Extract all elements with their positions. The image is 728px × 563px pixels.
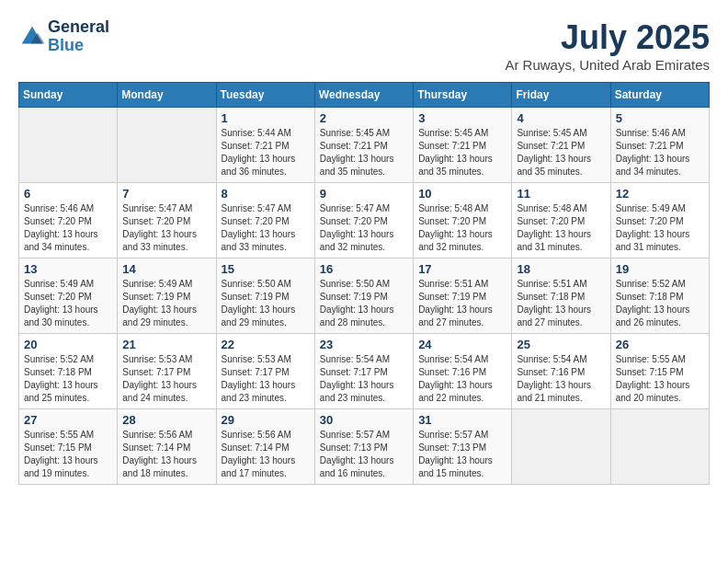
calendar-cell: 16Sunrise: 5:50 AM Sunset: 7:19 PM Dayli… xyxy=(314,259,413,334)
day-number: 14 xyxy=(122,262,210,276)
day-info: Sunrise: 5:50 AM Sunset: 7:19 PM Dayligh… xyxy=(320,278,408,329)
day-info: Sunrise: 5:57 AM Sunset: 7:13 PM Dayligh… xyxy=(320,429,408,480)
day-number: 28 xyxy=(122,413,210,427)
weekday-header: Monday xyxy=(118,83,216,108)
day-number: 15 xyxy=(222,262,310,276)
calendar-cell: 8Sunrise: 5:47 AM Sunset: 7:20 PM Daylig… xyxy=(216,183,314,259)
day-number: 7 xyxy=(122,187,210,201)
day-number: 9 xyxy=(320,187,408,201)
calendar-cell xyxy=(610,409,709,485)
calendar-cell: 26Sunrise: 5:55 AM Sunset: 7:15 PM Dayli… xyxy=(610,334,709,409)
day-info: Sunrise: 5:56 AM Sunset: 7:14 PM Dayligh… xyxy=(222,429,310,480)
day-number: 24 xyxy=(418,338,506,351)
day-number: 22 xyxy=(222,338,310,351)
day-number: 6 xyxy=(24,187,112,201)
day-info: Sunrise: 5:45 AM Sunset: 7:21 PM Dayligh… xyxy=(517,127,605,178)
calendar-cell: 11Sunrise: 5:48 AM Sunset: 7:20 PM Dayli… xyxy=(512,183,610,259)
day-number: 25 xyxy=(517,338,605,351)
day-info: Sunrise: 5:48 AM Sunset: 7:20 PM Dayligh… xyxy=(418,202,506,254)
day-info: Sunrise: 5:54 AM Sunset: 7:17 PM Dayligh… xyxy=(320,353,408,405)
day-number: 21 xyxy=(122,338,210,351)
day-number: 5 xyxy=(616,111,704,125)
calendar-cell: 15Sunrise: 5:50 AM Sunset: 7:19 PM Dayli… xyxy=(216,259,314,334)
calendar-week-row: 1Sunrise: 5:44 AM Sunset: 7:21 PM Daylig… xyxy=(19,108,710,183)
calendar-cell: 10Sunrise: 5:48 AM Sunset: 7:20 PM Dayli… xyxy=(414,183,512,259)
calendar-cell: 12Sunrise: 5:49 AM Sunset: 7:20 PM Dayli… xyxy=(610,183,709,259)
day-number: 16 xyxy=(320,262,408,276)
calendar-cell: 2Sunrise: 5:45 AM Sunset: 7:21 PM Daylig… xyxy=(314,108,413,183)
weekday-header: Tuesday xyxy=(216,83,314,108)
calendar-week-row: 27Sunrise: 5:55 AM Sunset: 7:15 PM Dayli… xyxy=(19,409,710,485)
logo: General Blue xyxy=(18,18,109,55)
calendar-cell: 4Sunrise: 5:45 AM Sunset: 7:21 PM Daylig… xyxy=(512,108,610,183)
day-number: 27 xyxy=(24,413,112,427)
day-number: 20 xyxy=(24,338,112,351)
calendar-cell: 18Sunrise: 5:51 AM Sunset: 7:18 PM Dayli… xyxy=(512,259,610,334)
day-info: Sunrise: 5:53 AM Sunset: 7:17 PM Dayligh… xyxy=(122,353,210,405)
day-info: Sunrise: 5:55 AM Sunset: 7:15 PM Dayligh… xyxy=(616,353,704,405)
calendar-table: SundayMondayTuesdayWednesdayThursdayFrid… xyxy=(18,82,710,485)
calendar-week-row: 20Sunrise: 5:52 AM Sunset: 7:18 PM Dayli… xyxy=(19,334,710,409)
day-number: 8 xyxy=(222,187,310,201)
weekday-header: Sunday xyxy=(19,83,118,108)
day-info: Sunrise: 5:54 AM Sunset: 7:16 PM Dayligh… xyxy=(418,353,506,405)
day-info: Sunrise: 5:47 AM Sunset: 7:20 PM Dayligh… xyxy=(320,202,408,254)
calendar-week-row: 13Sunrise: 5:49 AM Sunset: 7:20 PM Dayli… xyxy=(19,259,710,334)
day-info: Sunrise: 5:49 AM Sunset: 7:20 PM Dayligh… xyxy=(24,278,112,329)
calendar-cell: 14Sunrise: 5:49 AM Sunset: 7:19 PM Dayli… xyxy=(118,259,216,334)
calendar-cell xyxy=(512,409,610,485)
calendar-cell: 6Sunrise: 5:46 AM Sunset: 7:20 PM Daylig… xyxy=(19,183,118,259)
day-info: Sunrise: 5:47 AM Sunset: 7:20 PM Dayligh… xyxy=(122,202,210,254)
day-number: 18 xyxy=(517,262,605,276)
calendar-cell: 5Sunrise: 5:46 AM Sunset: 7:21 PM Daylig… xyxy=(610,108,709,183)
logo-icon xyxy=(18,23,46,51)
day-number: 12 xyxy=(616,187,704,201)
day-info: Sunrise: 5:52 AM Sunset: 7:18 PM Dayligh… xyxy=(24,353,112,405)
day-info: Sunrise: 5:50 AM Sunset: 7:19 PM Dayligh… xyxy=(222,278,310,329)
calendar-cell: 29Sunrise: 5:56 AM Sunset: 7:14 PM Dayli… xyxy=(216,409,314,485)
title-block: July 2025 Ar Ruways, United Arab Emirate… xyxy=(505,18,710,73)
weekday-header: Thursday xyxy=(414,83,512,108)
day-number: 29 xyxy=(222,413,310,427)
logo-line2: Blue xyxy=(48,37,109,55)
logo-line1: General xyxy=(48,18,109,37)
calendar-cell: 1Sunrise: 5:44 AM Sunset: 7:21 PM Daylig… xyxy=(216,108,314,183)
calendar-cell: 20Sunrise: 5:52 AM Sunset: 7:18 PM Dayli… xyxy=(19,334,118,409)
calendar-cell: 22Sunrise: 5:53 AM Sunset: 7:17 PM Dayli… xyxy=(216,334,314,409)
day-number: 1 xyxy=(222,111,310,125)
calendar-cell: 30Sunrise: 5:57 AM Sunset: 7:13 PM Dayli… xyxy=(314,409,413,485)
calendar-week-row: 6Sunrise: 5:46 AM Sunset: 7:20 PM Daylig… xyxy=(19,183,710,259)
day-info: Sunrise: 5:48 AM Sunset: 7:20 PM Dayligh… xyxy=(517,202,605,254)
day-info: Sunrise: 5:53 AM Sunset: 7:17 PM Dayligh… xyxy=(222,353,310,405)
weekday-header-row: SundayMondayTuesdayWednesdayThursdayFrid… xyxy=(19,83,710,108)
weekday-header: Wednesday xyxy=(314,83,413,108)
calendar-cell: 28Sunrise: 5:56 AM Sunset: 7:14 PM Dayli… xyxy=(118,409,216,485)
day-info: Sunrise: 5:55 AM Sunset: 7:15 PM Dayligh… xyxy=(24,429,112,480)
calendar-subtitle: Ar Ruways, United Arab Emirates xyxy=(505,57,710,73)
day-info: Sunrise: 5:46 AM Sunset: 7:20 PM Dayligh… xyxy=(24,202,112,254)
day-info: Sunrise: 5:46 AM Sunset: 7:21 PM Dayligh… xyxy=(616,127,704,178)
day-info: Sunrise: 5:47 AM Sunset: 7:20 PM Dayligh… xyxy=(222,202,310,254)
day-info: Sunrise: 5:49 AM Sunset: 7:19 PM Dayligh… xyxy=(122,278,210,329)
day-info: Sunrise: 5:44 AM Sunset: 7:21 PM Dayligh… xyxy=(222,127,310,178)
day-number: 31 xyxy=(418,413,506,427)
day-info: Sunrise: 5:45 AM Sunset: 7:21 PM Dayligh… xyxy=(320,127,408,178)
day-info: Sunrise: 5:45 AM Sunset: 7:21 PM Dayligh… xyxy=(418,127,506,178)
day-number: 30 xyxy=(320,413,408,427)
calendar-cell: 9Sunrise: 5:47 AM Sunset: 7:20 PM Daylig… xyxy=(314,183,413,259)
day-number: 10 xyxy=(418,187,506,201)
day-number: 17 xyxy=(418,262,506,276)
day-number: 11 xyxy=(517,187,605,201)
calendar-cell xyxy=(19,108,118,183)
day-info: Sunrise: 5:52 AM Sunset: 7:18 PM Dayligh… xyxy=(616,278,704,329)
day-number: 3 xyxy=(418,111,506,125)
day-info: Sunrise: 5:56 AM Sunset: 7:14 PM Dayligh… xyxy=(122,429,210,480)
day-info: Sunrise: 5:51 AM Sunset: 7:19 PM Dayligh… xyxy=(418,278,506,329)
weekday-header: Saturday xyxy=(610,83,709,108)
day-info: Sunrise: 5:57 AM Sunset: 7:13 PM Dayligh… xyxy=(418,429,506,480)
calendar-cell: 25Sunrise: 5:54 AM Sunset: 7:16 PM Dayli… xyxy=(512,334,610,409)
calendar-cell: 23Sunrise: 5:54 AM Sunset: 7:17 PM Dayli… xyxy=(314,334,413,409)
calendar-cell: 24Sunrise: 5:54 AM Sunset: 7:16 PM Dayli… xyxy=(414,334,512,409)
day-number: 4 xyxy=(517,111,605,125)
weekday-header: Friday xyxy=(512,83,610,108)
